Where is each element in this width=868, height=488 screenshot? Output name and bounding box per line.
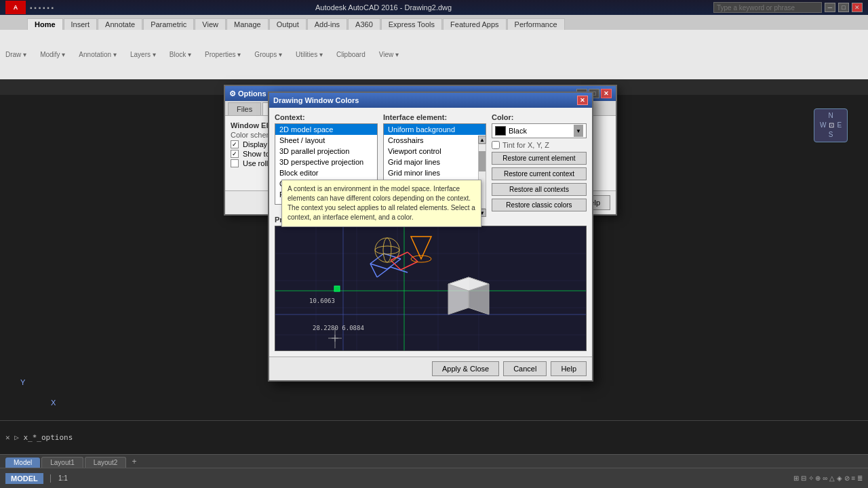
model-tabs-bar: Model Layout1 Layout2 + <box>0 454 868 468</box>
interface-label: Interface element: <box>383 113 486 121</box>
color-dropdown-arrow[interactable]: ▼ <box>574 125 583 137</box>
status-icons: ⊞ ⊟ ✧ ⊕ ∞ △ ◈ ⊘ ≡ ≣ <box>793 474 863 482</box>
svg-line-13 <box>370 253 384 264</box>
context-item-sheet[interactable]: Sheet / layout <box>275 135 377 146</box>
tint-checkbox[interactable] <box>492 141 500 149</box>
svg-point-26 <box>375 246 399 254</box>
maximize-btn[interactable]: □ <box>838 3 849 12</box>
restore-current-element-btn[interactable]: Restore current element <box>492 152 587 165</box>
iface-item-grid-minor[interactable]: Grid minor lines <box>384 167 486 178</box>
tab-addins[interactable]: Add-ins <box>307 18 347 30</box>
ribbon-group-block: Block ▾ <box>170 51 191 58</box>
iface-item-uniform[interactable]: Uniform background <box>384 124 486 135</box>
dwc-help-button[interactable]: Help <box>551 361 587 376</box>
tooltip-overlay: A context is an environment in the model… <box>281 180 481 227</box>
restore-classic-colors-btn[interactable]: Restore classic colors <box>492 199 587 211</box>
context-item-3d-parallel[interactable]: 3D parallel projection <box>275 146 377 157</box>
command-line-text: ✕ ▷ x_*_options <box>5 433 73 442</box>
options-close-btn[interactable]: ✕ <box>601 89 612 98</box>
model-indicator[interactable]: MODEL <box>5 473 43 484</box>
close-btn[interactable]: ✕ <box>852 3 863 12</box>
preview-grid-svg <box>275 226 586 350</box>
tab-featured[interactable]: Featured Apps <box>443 18 507 30</box>
dwc-title: Drawing Window Colors <box>273 96 359 104</box>
autocad-background: A ▪ ▪ ▪ ▪ ▪ ▪ Autodesk AutoCAD 2016 - Dr… <box>0 0 868 488</box>
color-value: Black <box>509 127 527 135</box>
display-scroll-checkbox[interactable] <box>231 140 239 148</box>
command-text: x_*_options <box>24 433 73 442</box>
title-bar-controls: ─ □ ✕ <box>713 2 863 13</box>
iface-item-grid-major[interactable]: Grid major lines <box>384 157 486 167</box>
restore-current-context-btn[interactable]: Restore current context <box>492 167 587 180</box>
status-bar: MODEL │ 1:1 ⊞ ⊟ ✧ ⊕ ∞ △ ◈ ⊘ ≡ ≣ <box>0 468 868 488</box>
status-separator: │ <box>49 474 53 482</box>
command-line-area: ✕ ▷ x_*_options <box>0 420 868 454</box>
tint-row: Tint for X, Y, Z <box>492 141 587 149</box>
dwc-title-bar: Drawing Window Colors ✕ <box>269 93 592 108</box>
ribbon-group-groups: Groups ▾ <box>254 51 282 58</box>
ribbon-group-layers: Layers ▾ <box>130 51 156 58</box>
tab-annotate[interactable]: Annotate <box>98 18 142 30</box>
logo-text: A <box>14 4 18 11</box>
tab-model[interactable]: Model <box>5 458 40 468</box>
ribbon-group-annotation: Annotation ▾ <box>79 51 117 58</box>
dwc-close-btn[interactable]: ✕ <box>577 96 588 105</box>
color-swatch <box>495 126 506 136</box>
color-dropdown[interactable]: Black ▼ <box>492 123 587 138</box>
tab-express[interactable]: Express Tools <box>381 18 442 30</box>
ribbon-tabs: Home Insert Annotate Parametric View Man… <box>0 15 868 30</box>
tab-view[interactable]: View <box>195 18 226 30</box>
viewcube[interactable]: N W⊡E S <box>814 108 854 149</box>
tab-insert[interactable]: Insert <box>64 18 98 30</box>
rollover-checkbox[interactable] <box>231 159 239 167</box>
ribbon: Home Insert Annotate Parametric View Man… <box>0 15 868 79</box>
iface-item-crosshairs[interactable]: Crosshairs <box>384 135 486 146</box>
svg-rect-33 <box>334 286 340 291</box>
context-label: Context: <box>275 113 378 121</box>
search-input[interactable] <box>713 2 822 13</box>
svg-line-23 <box>401 262 418 270</box>
dwc-cancel-button[interactable]: Cancel <box>503 361 547 376</box>
context-item-3d-perspective[interactable]: 3D perspective projection <box>275 157 377 167</box>
add-tab-btn[interactable]: + <box>127 455 140 468</box>
ribbon-group-utilities: Utilities ▾ <box>296 51 323 58</box>
dwc-body: Context: 2D model space Sheet / layout 3… <box>269 108 592 357</box>
context-item-block-editor[interactable]: Block editor <box>275 167 377 178</box>
interface-scroll-up[interactable]: ▲ <box>478 136 486 144</box>
tab-layout1[interactable]: Layout1 <box>41 457 83 468</box>
ribbon-group-view: View ▾ <box>379 51 399 58</box>
tab-a360[interactable]: A360 <box>348 18 380 30</box>
preview-box: 10.6063 28.2280 6.0884 <box>275 226 587 351</box>
iface-item-viewport[interactable]: Viewport control <box>384 146 486 157</box>
tab-output[interactable]: Output <box>269 18 307 30</box>
options-dialog-title: ⚙ Options <box>229 89 267 98</box>
ribbon-group-modify: Modify ▾ <box>40 51 65 58</box>
minimize-btn[interactable]: ─ <box>825 3 835 12</box>
title-bar: A ▪ ▪ ▪ ▪ ▪ ▪ Autodesk AutoCAD 2016 - Dr… <box>0 0 868 15</box>
svg-point-27 <box>383 238 391 262</box>
tab-manage[interactable]: Manage <box>226 18 269 30</box>
tooltips-checkbox[interactable] <box>231 150 239 158</box>
context-item-2d-model[interactable]: 2D model space <box>275 124 377 135</box>
tab-performance[interactable]: Performance <box>507 18 565 30</box>
preview-dim1: 10.6063 <box>309 298 335 304</box>
scale-indicator: 1:1 <box>58 474 68 482</box>
ribbon-group-clipboard: Clipboard <box>336 51 366 58</box>
preview-dim2: 28.2280 6.0884 <box>313 325 364 331</box>
color-section: Color: Black ▼ Tint for X, Y, Z Restore … <box>492 113 587 211</box>
restore-all-contexts-btn[interactable]: Restore all contexts <box>492 183 587 196</box>
tint-label: Tint for X, Y, Z <box>502 141 549 149</box>
interface-scrollbar-thumb <box>479 151 486 171</box>
apply-close-button[interactable]: Apply & Close <box>432 361 499 376</box>
tab-layout2[interactable]: Layout2 <box>85 457 127 468</box>
title-bar-left: A ▪ ▪ ▪ ▪ ▪ ▪ <box>5 1 54 14</box>
tooltip-text: A context is an environment in the model… <box>288 185 475 221</box>
y-axis-label: Y <box>20 378 25 386</box>
ribbon-group-draw: Draw ▾ <box>5 51 26 58</box>
tab-home[interactable]: Home <box>27 18 63 30</box>
tab-parametric[interactable]: Parametric <box>143 18 194 30</box>
ribbon-group-properties: Properties ▾ <box>205 51 241 58</box>
drawing-window-colors-dialog: Drawing Window Colors ✕ Context: 2D mode… <box>268 92 593 382</box>
x-axis-label: X <box>51 399 56 407</box>
opts-tab-files[interactable]: Files <box>228 102 261 115</box>
